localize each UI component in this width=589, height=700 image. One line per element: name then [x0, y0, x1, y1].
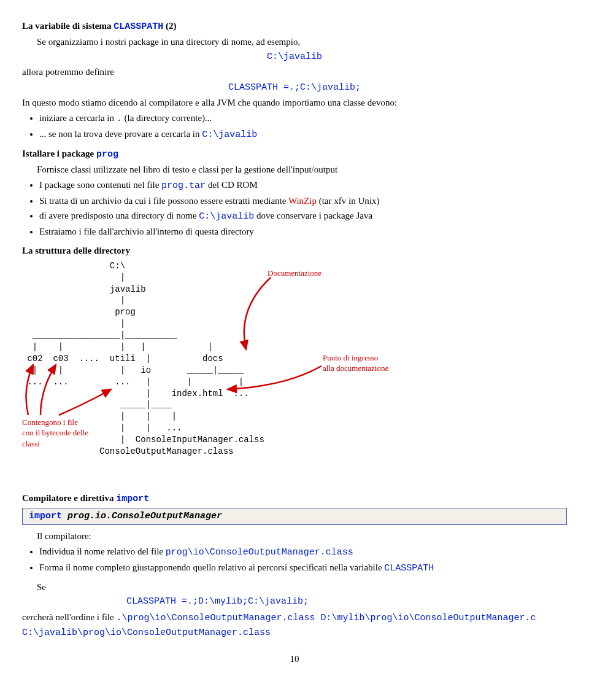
p8-path: C:\javalib\prog\io\ConsoleOutputManager.… [22, 627, 567, 639]
para-cerchera: cercherà nell'ordine i file .\prog\io\Co… [22, 611, 567, 624]
winzip-red: WinZip [288, 196, 317, 206]
h2-pre: Istallare i package [22, 149, 96, 158]
code-classpath-def: CLASSPATH =.;C:\javalib; [22, 80, 567, 94]
bullet-forma: Forma il nome completo giustapponendo qu… [39, 561, 567, 575]
p7-path1: .\prog\io\ConsoleOutputManager.class [116, 613, 315, 623]
page-number: 10 [22, 653, 567, 665]
bullet-list-2: I package sono contenuti nel file prog.t… [22, 179, 567, 238]
c2-pre: Forma il nome completo giustapponendo qu… [39, 562, 384, 572]
heading-compilatore: Compilatore e direttiva import [22, 492, 567, 505]
anno3b: con il bytecode delle [22, 428, 88, 437]
classpath-val: .;C:\javalib; [289, 82, 361, 93]
bullet-predisposto: di avere predisposto una directory di no… [39, 209, 567, 223]
bullet-list-1: iniziare a cercarla in . (la directory c… [22, 112, 567, 142]
i1-pre: I package sono contenuti nel file [39, 180, 161, 190]
annotation-documentazione: Documentazione [268, 268, 321, 279]
anno3a: Contengono i file [22, 418, 78, 427]
i3-suf: dove conservare i package Java [254, 211, 372, 220]
bullet-nontrova: ... se non la trova deve provare a cerca… [39, 128, 567, 141]
c1-pre: Individua il nome relativo del file [39, 546, 166, 556]
h2-prog: prog [96, 149, 118, 160]
anno2a: Punto di ingresso [323, 353, 378, 362]
i2-pre: Si tratta di un archivio da cui i file p… [39, 196, 288, 206]
i3-path: C:\javalib [199, 211, 254, 222]
page-title: La variabile di sistema CLASSPATH (2) [22, 20, 567, 33]
title-suf: (2) [163, 21, 176, 31]
code-path-cjavalib: C:\javalib [22, 51, 567, 63]
cp2-val: .;D:\mylib;C:\javalib; [187, 596, 309, 607]
kw-import: import [29, 511, 62, 521]
annotation-punto: Punto di ingresso alla documentazione [323, 352, 388, 374]
cp2-eq: CLASSPATH = [126, 596, 187, 607]
bullet-archivio: Si tratta di un archivio da cui i file p… [39, 195, 567, 207]
tree-text: C:\ | javalib | prog | _________________… [22, 260, 567, 457]
para-compilatore: Il compilatore: [37, 530, 567, 542]
anno2b: alla documentazione [323, 364, 388, 373]
b2-text: ... se non la trova deve provare a cerca… [39, 129, 202, 139]
title-classpath: CLASSPATH [114, 21, 163, 32]
h4-import: import [116, 494, 149, 504]
directory-tree-diagram: C:\ | javalib | prog | _________________… [22, 260, 567, 457]
code-classpath-def2: CLASSPATH =.;D:\mylib;C:\javalib; [126, 596, 567, 608]
b1-text: iniziare a cercarla in [39, 113, 117, 123]
title-pre: La variabile di sistema [22, 21, 114, 31]
p7-path2: D:\mylib\prog\io\ConsoleOutputManager.c [315, 613, 536, 623]
i1-suf: del CD ROM [206, 180, 258, 190]
c1-path: prog\io\ConsoleOutputManager.class [166, 547, 353, 558]
bullet-package-file: I package sono contenuti nel file prog.t… [39, 179, 567, 192]
bullet-individua: Individua il nome relativo del file prog… [39, 545, 567, 559]
h4-pre: Compilatore e direttiva [22, 493, 116, 503]
para-allora: allora potremmo definire [22, 66, 567, 78]
i2-suf: (tar xfv in Unix) [317, 196, 379, 206]
bullet-list-3: Individua il nome relativo del file prog… [22, 545, 567, 575]
para-modo: In questo modo stiamo dicendo al compila… [22, 96, 567, 109]
i3-pre: di avere predisposto una directory di no… [39, 211, 199, 220]
b1-suf: (la directory corrente)... [122, 113, 212, 123]
classpath-eq: CLASSPATH = [228, 82, 289, 93]
c2-classpath: CLASSPATH [384, 563, 434, 574]
para-se: Se [37, 581, 567, 593]
anno3c: classi [22, 439, 40, 448]
heading-istallare: Istallare i package prog [22, 147, 567, 161]
para-intro: Se organizziamo i nostri package in una … [37, 36, 567, 48]
code-box-import: import prog.io.ConsoleOutputManager [22, 508, 567, 525]
import-target: prog.io.ConsoleOutputManager [62, 511, 222, 521]
p7-pre: cercherà nell'ordine i file [22, 612, 116, 622]
b2-path: C:\javalib [202, 130, 257, 140]
b1-dot: . [117, 114, 122, 124]
bullet-cercarla: iniziare a cercarla in . (la directory c… [39, 112, 567, 125]
para-fornisce: Fornisce classi utilizzate nel libro di … [37, 163, 567, 176]
heading-struttura: La struttura delle directory [22, 244, 567, 257]
annotation-contengono: Contengono i file con il bytecode delle … [22, 417, 88, 449]
i1-file: prog.tar [161, 181, 206, 191]
bullet-estraiamo: Estraiamo i file dall'archivio all'inter… [39, 225, 567, 238]
